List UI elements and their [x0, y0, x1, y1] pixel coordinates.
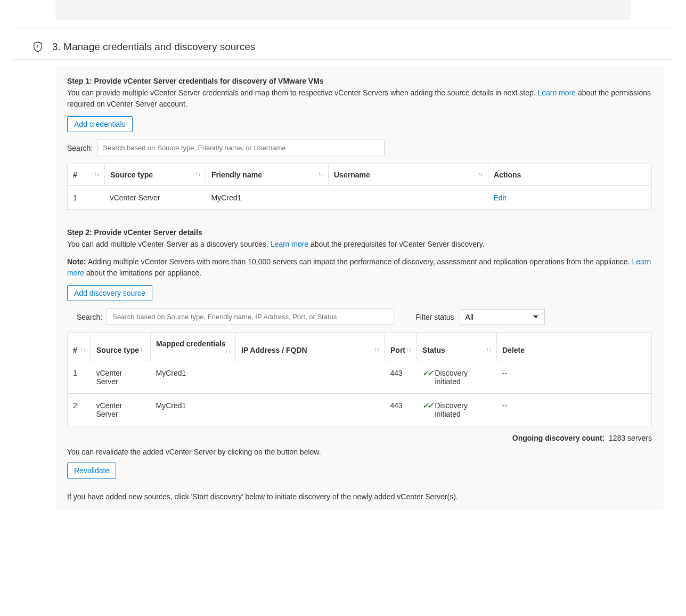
search-label: Search: [77, 313, 102, 321]
content-area: Step 1: Provide vCenter Server credentia… [55, 67, 664, 510]
col-username[interactable]: Username↑↓ [329, 164, 488, 186]
col-ip-label: IP Address / FQDN [241, 346, 307, 354]
cell-source: vCenter Server [91, 394, 151, 426]
step2-title: Step 2: Provide vCenter Server details [67, 228, 652, 237]
col-source-type[interactable]: Source type↑↓ [105, 164, 206, 186]
cell-ip [236, 394, 385, 426]
col-num-label: # [73, 171, 77, 179]
check-icon: ✓✓ [422, 401, 432, 410]
cell-ip [236, 361, 385, 394]
cell-delete: -- [497, 394, 652, 426]
note-pre: Adding multiple vCenter Servers with mor… [86, 257, 632, 266]
add-discovery-source-button[interactable]: Add discovery source [67, 285, 152, 301]
cell-friendly: MyCred1 [206, 186, 329, 210]
col-friendly-name[interactable]: Friendly name↑↓ [206, 164, 329, 186]
step2-search-row: Search: Filter status All [67, 309, 652, 325]
table-row: 1 vCenter Server MyCred1 Edit [68, 186, 652, 210]
sort-icon: ↑↓ [486, 346, 491, 352]
col-username-label: Username [334, 171, 370, 179]
cell-num: 1 [68, 361, 91, 394]
sort-icon: ↑↓ [80, 346, 85, 352]
step2-search-input[interactable] [107, 309, 394, 325]
col-ip[interactable]: IP Address / FQDN↑↓ [236, 333, 385, 361]
col-source-label: Source type [96, 346, 139, 354]
ongoing-label: Ongoing discovery count: [512, 434, 605, 442]
table-row: 2 vCenter Server MyCred1 443 ✓✓Discovery… [68, 394, 652, 426]
col-status-label: Status [422, 346, 445, 354]
col-port-label: Port [390, 346, 405, 354]
col-status[interactable]: Status↑↓ [417, 333, 497, 361]
sort-icon: ↑↓ [374, 346, 379, 352]
col-mapped[interactable]: Mapped credentials↑↓ [151, 333, 236, 361]
note-label: Note: [67, 257, 86, 266]
revalidate-text: You can revalidate the added vCenter Ser… [67, 448, 652, 456]
step1-description: You can provide multiple vCenter Server … [67, 87, 652, 110]
cell-num: 2 [68, 394, 91, 426]
sources-table: # ↑↓ Source type↑↓ Mapped credentials↑↓ … [67, 333, 652, 426]
sort-icon: ↑↓ [225, 348, 230, 354]
cell-mapped: MyCred1 [151, 361, 236, 394]
credentials-table: #↑↓ Source type↑↓ Friendly name↑↓ Userna… [67, 164, 652, 210]
cell-port: 443 [385, 394, 417, 426]
cell-port: 443 [385, 361, 417, 394]
section-header: 3. Manage credentials and discovery sour… [13, 36, 673, 60]
cell-status: ✓✓Discovery initiated [417, 361, 497, 394]
step2-desc-pre: You can add multiple vCenter Server as a… [67, 240, 271, 248]
ongoing-discovery-count: Ongoing discovery count: 1283 servers [67, 434, 652, 442]
shield-icon [32, 41, 44, 53]
svg-point-0 [37, 45, 38, 46]
ongoing-value: 1283 servers [609, 434, 652, 442]
step1-desc-pre: You can provide multiple vCenter Server … [67, 88, 538, 97]
col-delete-label: Delete [502, 346, 525, 354]
final-text: If you have added new sources, click 'St… [67, 492, 652, 501]
col-friendly-label: Friendly name [211, 171, 262, 179]
search-label: Search: [67, 144, 93, 152]
sort-icon: ↑↓ [478, 171, 483, 177]
cell-source: vCenter Server [105, 186, 206, 210]
note-post: about the limitations per appliance. [84, 269, 201, 277]
filter-status-label: Filter status [415, 313, 454, 321]
sort-icon: ↑↓ [406, 346, 411, 352]
step2-note: Note: Adding multiple vCenter Servers wi… [67, 256, 652, 279]
cell-mapped: MyCred1 [151, 394, 236, 426]
col-delete: Delete [497, 333, 652, 361]
cell-status: ✓✓Discovery initiated [417, 394, 497, 426]
step1-search-row: Search: [67, 140, 652, 156]
cell-num: 1 [68, 186, 105, 210]
svg-rect-1 [37, 46, 38, 48]
filter-status-select[interactable]: All [460, 309, 545, 325]
step2-description: You can add multiple vCenter Server as a… [67, 239, 652, 250]
status-text: Discovery initiated [435, 369, 492, 386]
add-credentials-button[interactable]: Add credentials [67, 116, 133, 132]
step2-desc-post: about the prerequisites for vCenter Serv… [308, 240, 484, 248]
cell-source: vCenter Server [91, 361, 151, 394]
edit-link[interactable]: Edit [494, 193, 507, 202]
col-mapped-label: Mapped credentials [156, 339, 226, 348]
col-num-label: # [73, 346, 77, 354]
col-source-type[interactable]: Source type↑↓ [91, 333, 151, 361]
check-icon: ✓✓ [422, 369, 432, 377]
cell-delete: -- [497, 361, 652, 394]
col-port[interactable]: Port ↑↓ [385, 333, 417, 361]
table-row: 1 vCenter Server MyCred1 443 ✓✓Discovery… [68, 361, 652, 394]
step2-learn-more-link[interactable]: Learn more [271, 240, 309, 248]
sort-icon: ↑↓ [94, 171, 99, 177]
top-spacer [55, 0, 631, 20]
status-text: Discovery initiated [435, 401, 492, 418]
col-actions: Actions [488, 164, 652, 186]
revalidate-button[interactable]: Revalidate [67, 463, 116, 479]
step1-title: Step 1: Provide vCenter Server credentia… [67, 77, 652, 85]
cell-username [329, 186, 488, 210]
sort-icon: ↑↓ [195, 171, 200, 177]
step1-learn-more-link[interactable]: Learn more [538, 88, 576, 97]
col-source-label: Source type [110, 171, 153, 179]
col-num[interactable]: #↑↓ [68, 164, 105, 186]
col-actions-label: Actions [494, 171, 521, 179]
sort-icon: ↑↓ [318, 171, 323, 177]
step1-search-input[interactable] [97, 140, 385, 156]
page-title: 3. Manage credentials and discovery sour… [52, 41, 255, 53]
col-num[interactable]: # ↑↓ [68, 333, 91, 361]
sort-icon: ↑↓ [140, 346, 145, 352]
divider [13, 28, 673, 28]
